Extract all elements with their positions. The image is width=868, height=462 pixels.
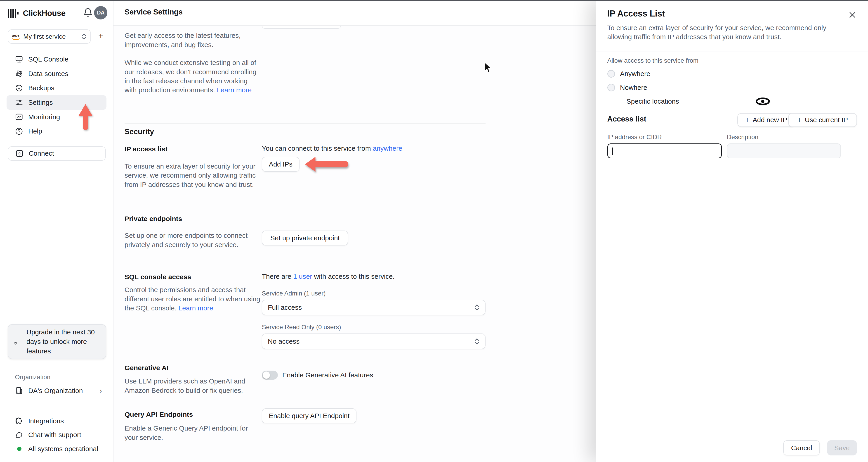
private-endpoints-desc: Set up one or more endpoints to connect … — [125, 231, 260, 249]
cancel-button[interactable]: Cancel — [783, 440, 820, 455]
connect-label: Connect — [29, 149, 54, 157]
allow-access-label: Allow access to this service from — [608, 57, 699, 64]
clock-icon — [14, 338, 22, 345]
fast-release-paragraph-2: While we conduct extensive testing on al… — [125, 58, 260, 95]
generative-ai-desc: Use LLM providers such as OpenAI and Ama… — [125, 377, 260, 395]
chat-bubble-icon — [15, 431, 23, 439]
sql-users-line: There are 1 user with access to this ser… — [262, 272, 395, 280]
mouse-cursor — [485, 63, 492, 73]
settings-sliders-icon — [15, 98, 23, 107]
generative-ai-toggle[interactable] — [262, 371, 278, 379]
chevron-updown-icon — [474, 304, 479, 311]
page-title: Service Settings — [125, 8, 183, 16]
service-selector[interactable]: aws My first service — [8, 29, 91, 44]
backups-history-icon — [15, 84, 23, 92]
monitoring-chart-icon — [15, 113, 23, 121]
organization-building-icon — [15, 386, 23, 395]
description-label: Description — [727, 134, 758, 141]
drawer-title: IP Access List — [608, 9, 665, 19]
service-admin-label: Service Admin (1 user) — [262, 290, 326, 297]
aws-provider-icon: aws — [12, 34, 19, 38]
integrations-puzzle-icon — [15, 417, 23, 425]
service-admin-select[interactable]: Full access — [262, 300, 485, 315]
drawer-footer: Cancel Save — [596, 433, 868, 462]
text-caret — [612, 147, 613, 155]
connect-button[interactable]: Connect — [8, 146, 105, 161]
organization-row[interactable]: DA's Organization › — [6, 383, 106, 398]
drawer-divider — [596, 52, 868, 52]
status-ok-dot — [17, 446, 22, 451]
generative-ai-title: Generative AI — [125, 364, 168, 372]
service-selector-label: My first service — [23, 33, 82, 40]
organization-name: DA's Organization — [28, 387, 100, 395]
brand-name: ClickHouse — [23, 8, 65, 18]
clickhouse-logo-icon — [8, 9, 18, 18]
security-divider — [125, 123, 486, 123]
use-current-ip-button[interactable]: +Use current IP — [788, 113, 857, 127]
sidebar-item-backups[interactable]: Backups — [6, 81, 106, 95]
anywhere-link[interactable]: anywhere — [373, 145, 402, 152]
generative-ai-toggle-label: Enable Generative AI features — [282, 371, 373, 379]
plus-icon: + — [745, 116, 749, 124]
sql-console-access-title: SQL console access — [125, 273, 191, 281]
sql-console-icon — [15, 55, 23, 64]
setup-private-endpoint-button[interactable]: Set up private endpoint — [262, 231, 348, 246]
ip-access-list-desc: To ensure an extra layer of security for… — [125, 162, 260, 189]
radio-selected-icon — [756, 97, 770, 105]
ip-address-label: IP address or CIDR — [608, 134, 662, 141]
description-input[interactable] — [727, 143, 841, 158]
ip-address-input[interactable] — [608, 143, 722, 158]
access-list-title: Access list — [608, 115, 647, 123]
connect-from-line: You can connect to this service from any… — [262, 145, 402, 152]
notifications-bell-icon[interactable] — [83, 8, 93, 18]
radio-specific-locations[interactable]: Specific locations — [608, 96, 679, 107]
annotation-arrow-add-ips — [305, 157, 348, 172]
sidebar: ClickHouse DA aws My first service + SQL… — [0, 0, 114, 462]
sql-access-learn-more-link[interactable]: Learn more — [178, 304, 213, 312]
upgrade-notice[interactable]: Upgrade in the next 30 days to unlock mo… — [8, 324, 106, 359]
plus-icon: + — [797, 116, 802, 124]
radio-anywhere[interactable]: Anywhere — [608, 68, 650, 79]
ip-access-list-title: IP access list — [125, 145, 167, 153]
sidebar-item-system-status[interactable]: All systems operational — [6, 442, 106, 456]
chevron-right-icon: › — [99, 386, 102, 395]
sidebar-item-data-sources[interactable]: Data sources — [6, 66, 106, 81]
upgrade-notice-text: Upgrade in the next 30 days to unlock mo… — [26, 327, 106, 356]
annotation-arrow-settings — [78, 104, 93, 130]
radio-circle-icon — [608, 84, 615, 91]
scrolled-select-partial[interactable] — [262, 26, 341, 29]
sidebar-divider — [0, 408, 113, 408]
sidebar-item-chat-support[interactable]: Chat with support — [6, 428, 106, 442]
security-section-title: Security — [125, 127, 154, 136]
save-button-disabled[interactable]: Save — [827, 440, 857, 455]
add-ips-button[interactable]: Add IPs — [262, 157, 300, 172]
drawer-subtitle: To ensure an extra layer of security for… — [608, 23, 852, 41]
sql-console-access-desc: Control the permissions and access that … — [125, 285, 262, 313]
add-service-button[interactable]: + — [95, 31, 106, 41]
sidebar-item-integrations[interactable]: Integrations — [6, 414, 106, 428]
query-api-endpoints-title: Query API Endpoints — [125, 411, 193, 418]
main-header: Service Settings — [114, 0, 596, 26]
add-new-ip-button[interactable]: +Add new IP — [737, 113, 795, 127]
service-readonly-select[interactable]: No access — [262, 334, 485, 349]
sidebar-item-sql-console[interactable]: SQL Console — [6, 52, 106, 66]
data-sources-icon — [15, 69, 23, 78]
user-avatar[interactable]: DA — [94, 6, 107, 20]
connect-icon — [16, 149, 24, 158]
close-icon[interactable] — [847, 10, 857, 20]
ip-access-list-drawer: IP Access List To ensure an extra layer … — [596, 0, 868, 462]
chevron-updown-icon — [474, 338, 479, 345]
window-top-edge — [0, 0, 868, 1]
private-endpoints-title: Private endpoints — [125, 215, 182, 223]
radio-circle-icon — [608, 70, 615, 78]
enable-query-api-button[interactable]: Enable query API Endpoint — [262, 408, 356, 423]
clickhouse-console: ClickHouse DA aws My first service + SQL… — [0, 0, 868, 462]
organization-section-label: Organization — [15, 374, 51, 381]
brand: ClickHouse — [8, 6, 65, 20]
help-question-icon — [15, 127, 23, 136]
service-readonly-label: Service Read Only (0 users) — [262, 323, 341, 331]
radio-nowhere[interactable]: Nowhere — [608, 82, 647, 93]
one-user-link[interactable]: 1 user — [293, 272, 312, 280]
service-settings-content: Get early access to the latest features,… — [114, 26, 596, 462]
fast-release-learn-more-link[interactable]: Learn more — [217, 86, 252, 94]
